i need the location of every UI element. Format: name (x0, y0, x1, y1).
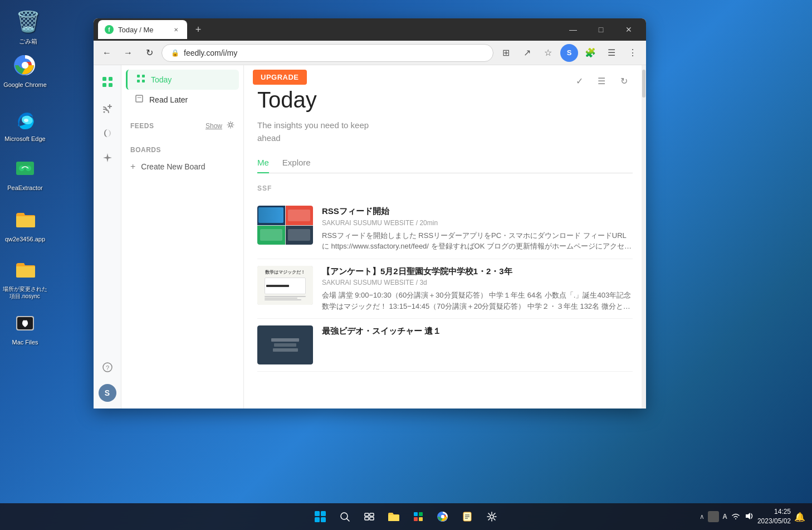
explorer-button[interactable] (383, 505, 405, 528)
article-card-3[interactable]: 最強ビデオ・スイッチャー 遺１ (257, 319, 633, 372)
chrome-label: Google Chrome (3, 81, 47, 89)
start-button[interactable] (309, 505, 331, 528)
system-tray: ∧ A 14:25 2023/05/02 🔔 (700, 507, 805, 526)
article-2-source: SAKURAI SUSUMU WEBSITE (322, 279, 414, 286)
desktop-icon-macfiles[interactable]: Mac Files (3, 309, 47, 346)
svg-point-23 (229, 124, 232, 127)
svg-rect-31 (365, 517, 369, 520)
subtitle-line2: ahead (257, 133, 281, 143)
extension-button[interactable]: 🧩 (581, 44, 599, 62)
article-card-1[interactable]: RSSフィード開始 SAKURAI SUSUMU WEBSITE / 20min… (257, 199, 633, 259)
address-input[interactable]: 🔒 feedly.com/i/my (162, 44, 493, 62)
folder2-label: 場所が変更された項目.nosync (1, 285, 48, 300)
article-card-2[interactable]: 数学はマジックだ！ 【アンケート】5月2日聖園女学 (257, 259, 633, 319)
feeds-settings-icon[interactable] (227, 121, 234, 130)
volume-icon[interactable] (744, 512, 754, 522)
feedly-icon-sidebar: ? S (94, 65, 121, 409)
store-button[interactable] (407, 505, 429, 528)
svg-rect-22 (136, 95, 143, 102)
back-button[interactable]: ← (98, 44, 116, 62)
search-button[interactable] (334, 505, 356, 528)
feeds-show-button[interactable]: Show (206, 122, 222, 130)
network-icon[interactable] (731, 512, 741, 522)
article-2-title: 【アンケート】5月2日聖園女学院中学校1・2・3年 (322, 266, 633, 277)
profile-button[interactable]: S (560, 44, 578, 62)
read-later-label: Read Later (149, 95, 188, 104)
feeds-title: FEEDS (130, 122, 154, 130)
feedly-sparkle-button[interactable] (97, 148, 118, 168)
feedly-home-button[interactable] (97, 72, 118, 92)
article-1-excerpt: RSSフィードを開始しました RSSリーダーアプリをPC・スマホにダウンロード … (322, 230, 633, 252)
upgrade-button[interactable]: UPGRADE (253, 70, 307, 85)
close-button[interactable]: ✕ (616, 21, 642, 38)
article-1-meta: SAKURAI SUSUMU WEBSITE / 20min (322, 219, 633, 227)
notepad-button[interactable] (456, 505, 478, 528)
taskbar-center (309, 505, 503, 528)
desktop-icon-pea[interactable]: PeaExtractor (3, 155, 47, 192)
article-1-time: 20min (419, 219, 438, 227)
title-bar: f Today / Me ✕ + — □ ✕ (94, 18, 646, 41)
edge-label: Microsoft Edge (4, 135, 45, 143)
system-tray-arrow[interactable]: ∧ (700, 513, 705, 521)
tab-title: Today / Me (118, 26, 154, 34)
minimize-button[interactable]: — (560, 21, 586, 38)
feedly-dark-mode-button[interactable] (97, 123, 118, 143)
notification-button[interactable]: 🔔 (794, 512, 805, 522)
pea-label: PeaExtractor (7, 184, 43, 192)
svg-rect-33 (414, 512, 418, 516)
forward-button[interactable]: → (119, 44, 137, 62)
maximize-button[interactable]: □ (588, 21, 614, 38)
boards-title: BOARDS (130, 146, 161, 154)
desktop-icon-edge[interactable]: Microsoft Edge (3, 106, 47, 143)
tab-me-label: Me (257, 158, 269, 167)
feedly-help-button[interactable]: ? (97, 357, 118, 377)
svg-rect-24 (315, 511, 320, 516)
article-2-meta: SAKURAI SUSUMU WEBSITE / 3d (322, 279, 633, 286)
today-label: Today (151, 75, 172, 84)
tray-icon-2[interactable]: A (722, 513, 727, 521)
browser-tab[interactable]: f Today / Me ✕ (98, 20, 187, 39)
desktop-icon-folder1[interactable]: qw2e3456.app (3, 206, 47, 243)
create-new-board-button[interactable]: + Create New Board (121, 158, 243, 175)
feedly-add-feed-button[interactable] (97, 99, 118, 119)
new-tab-button[interactable]: + (190, 22, 206, 37)
tab-explore-label: Explore (282, 158, 311, 167)
bookmark-button[interactable]: ☆ (539, 44, 557, 62)
translate-button[interactable]: ⊞ (497, 44, 515, 62)
feedly-avatar[interactable]: S (99, 384, 116, 402)
refresh-feed-button[interactable]: ↻ (615, 72, 633, 90)
nav-item-read-later[interactable]: Read Later (126, 90, 239, 110)
settings-button[interactable] (481, 505, 503, 528)
desktop-icon-folder2[interactable]: 場所が変更された項目.nosync (1, 256, 48, 300)
tray-icon-1[interactable] (708, 511, 719, 522)
mac-files-label: Mac Files (12, 338, 38, 346)
content-scrollbar[interactable] (642, 65, 646, 409)
share-button[interactable]: ↗ (518, 44, 536, 62)
subtitle-line1: The insights you need to keep (257, 120, 369, 130)
tab-explore[interactable]: Explore (282, 158, 311, 173)
address-bar: ← → ↻ 🔒 feedly.com/i/my ⊞ ↗ ☆ S 🧩 ☰ ⋮ (94, 41, 646, 65)
svg-rect-25 (321, 511, 326, 516)
article-1-title: RSSフィード開始 (322, 206, 633, 217)
browser-window: f Today / Me ✕ + — □ ✕ ← → ↻ 🔒 feedly.co… (94, 18, 646, 409)
refresh-button[interactable]: ↻ (140, 44, 158, 62)
scroll-indicator (642, 70, 645, 98)
nav-panel: Today Read Later FEEDS Show (121, 65, 244, 409)
svg-rect-36 (419, 517, 423, 521)
more-options-button[interactable]: ⋮ (624, 44, 642, 62)
tab-close-button[interactable]: ✕ (172, 25, 180, 34)
nav-item-today[interactable]: Today (126, 70, 239, 90)
svg-rect-35 (414, 517, 418, 521)
desktop-icon-recycle[interactable]: 🗑️ ごみ箱 (6, 8, 50, 45)
taskbar-chrome-button[interactable] (432, 505, 454, 528)
task-view-button[interactable] (358, 505, 380, 528)
tab-me[interactable]: Me (257, 158, 269, 173)
page-title: Today (257, 87, 633, 113)
feeds-section-header: FEEDS Show (121, 116, 243, 135)
mark-all-read-button[interactable]: ✓ (570, 72, 588, 90)
list-view-button[interactable]: ☰ (593, 72, 610, 90)
lock-icon: 🔒 (171, 49, 179, 57)
sidebar-toggle-button[interactable]: ☰ (603, 44, 620, 62)
datetime[interactable]: 14:25 2023/05/02 (757, 507, 791, 526)
desktop-icon-chrome[interactable]: Google Chrome (3, 52, 47, 89)
